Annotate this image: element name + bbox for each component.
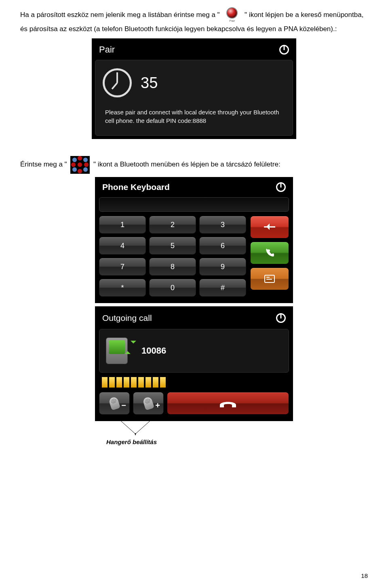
signal-bar — [160, 377, 166, 388]
volume-down-button[interactable]: − — [99, 392, 130, 415]
power-icon[interactable] — [279, 45, 289, 55]
signal-bar — [145, 377, 152, 388]
hangup-icon — [218, 397, 238, 410]
signal-bar — [138, 377, 144, 388]
outgoing-panel: 10086 — [99, 329, 289, 373]
intro-paragraph-1: Ha a párosított eszköz nem jelenik meg a… — [20, 7, 368, 34]
para2-after: " ikont a Bluetooth menüben és lépjen be… — [93, 161, 280, 169]
intro-paragraph-2: Érintse meg a " " ikont a Bluetooth menü… — [20, 156, 368, 174]
key-8[interactable]: 8 — [149, 258, 196, 276]
signal-bar — [101, 377, 108, 388]
para1-before: Ha a párosított eszköz nem jelenik meg a… — [20, 11, 220, 19]
key-4[interactable]: 4 — [99, 237, 146, 255]
key-1[interactable]: 1 — [99, 216, 146, 234]
signal-bar — [116, 377, 122, 388]
keypad: 123456789*0# — [99, 216, 246, 297]
volume-arrow-annotation — [95, 421, 293, 437]
key-3[interactable]: 3 — [199, 216, 246, 234]
key-5[interactable]: 5 — [149, 237, 196, 255]
para2-before: Érintse meg a " — [20, 161, 67, 169]
outgoing-title: Outgoing call — [102, 311, 152, 325]
dialer-icon — [70, 156, 90, 174]
call-button[interactable] — [250, 242, 289, 264]
power-icon[interactable] — [276, 313, 286, 323]
backspace-button[interactable] — [250, 216, 289, 238]
volume-label: Hangerő beállítás — [95, 437, 293, 447]
signal-bar — [123, 377, 130, 388]
svg-line-1 — [136, 419, 152, 433]
power-icon[interactable] — [276, 182, 286, 192]
pair-instruction: Please pair and connect with local devic… — [103, 108, 285, 125]
key-6[interactable]: 6 — [199, 237, 246, 255]
signal-bar — [109, 377, 115, 388]
device-icon — [106, 337, 128, 364]
pair-title: Pair — [99, 42, 115, 57]
microphone-icon — [142, 396, 154, 410]
pair-countdown: 35 — [141, 71, 158, 95]
pair-icon: Pair — [223, 7, 241, 23]
keyboard-title: Phone Keyboard — [102, 180, 170, 194]
key-7[interactable]: 7 — [99, 258, 146, 276]
outgoing-number: 10086 — [141, 344, 166, 358]
signal-bar — [131, 377, 137, 388]
key-#[interactable]: # — [199, 279, 246, 297]
volume-up-button[interactable]: + — [133, 392, 164, 415]
svg-marker-2 — [135, 433, 136, 436]
phone-icon — [264, 248, 275, 258]
number-display — [99, 197, 289, 212]
keyboard-screenshot: Phone Keyboard 123456789*0# — [95, 177, 293, 303]
key-0[interactable]: 0 — [149, 279, 196, 297]
outgoing-call-screenshot: Outgoing call 10086 − + — [95, 306, 293, 421]
signal-bars — [101, 377, 289, 388]
contacts-button[interactable] — [250, 268, 289, 290]
key-2[interactable]: 2 — [149, 216, 196, 234]
microphone-icon — [108, 396, 120, 410]
clock-icon — [103, 68, 132, 97]
contacts-icon — [264, 275, 275, 283]
arrow-left-icon — [264, 226, 275, 228]
signal-bar — [152, 377, 159, 388]
page-number: 18 — [361, 571, 368, 581]
pair-panel: 35 Please pair and connect with local de… — [95, 60, 293, 136]
pair-screenshot: Pair 35 Please pair and connect with loc… — [92, 38, 296, 139]
key-*[interactable]: * — [99, 279, 146, 297]
key-9[interactable]: 9 — [199, 258, 246, 276]
hangup-button[interactable] — [167, 392, 289, 415]
svg-line-0 — [119, 419, 135, 433]
